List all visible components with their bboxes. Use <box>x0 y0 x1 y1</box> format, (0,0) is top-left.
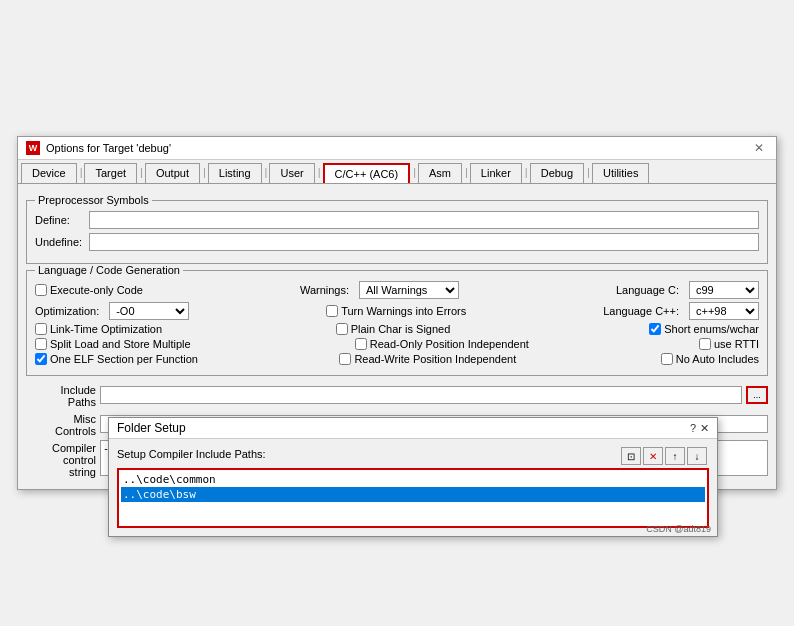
use-rtti-checkbox[interactable]: use RTTI <box>699 338 759 350</box>
tab-output[interactable]: Output <box>145 163 200 183</box>
toolbar-copy-button[interactable]: ⊡ <box>621 447 641 465</box>
folder-setup-dialog: Folder Setup ? ✕ Setup Compiler Include … <box>108 417 718 537</box>
toolbar-delete-button[interactable]: ✕ <box>643 447 663 465</box>
execute-only-code-checkbox[interactable]: Execute-only Code <box>35 284 143 296</box>
warnings-select[interactable]: All Warnings <box>359 281 459 299</box>
define-row: Define: <box>35 211 759 229</box>
turn-warnings-checkbox[interactable]: Turn Warnings into Errors <box>326 305 466 317</box>
delete-icon: ✕ <box>649 451 657 462</box>
tab-asm[interactable]: Asm <box>418 163 462 183</box>
dialog-title: Folder Setup <box>117 421 186 435</box>
link-time-opt-input[interactable] <box>35 323 47 335</box>
dialog-controls: ? ✕ <box>690 422 709 435</box>
dialog-title-bar: Folder Setup ? ✕ <box>109 418 717 439</box>
plain-char-signed-input[interactable] <box>336 323 348 335</box>
tab-device[interactable]: Device <box>21 163 77 183</box>
language-c-select[interactable]: c99 <box>689 281 759 299</box>
window-title: Options for Target 'debug' <box>46 142 171 154</box>
no-auto-includes-checkbox[interactable]: No Auto Includes <box>661 353 759 365</box>
toolbar-down-button[interactable]: ↓ <box>687 447 707 465</box>
misc-controls-label: Misc Controls <box>26 411 96 437</box>
tab-cpp-ac6[interactable]: C/C++ (AC6) <box>323 163 411 183</box>
link-time-opt-checkbox[interactable]: Link-Time Optimization <box>35 323 162 335</box>
dialog-help-button[interactable]: ? <box>690 422 696 434</box>
dialog-section-label: Setup Compiler Include Paths: <box>117 448 266 460</box>
include-paths-input[interactable] <box>100 386 742 404</box>
split-load-checkbox[interactable]: Split Load and Store Multiple <box>35 338 191 350</box>
down-arrow-icon: ↓ <box>695 451 700 462</box>
language-group-title: Language / Code Generation <box>35 264 183 276</box>
up-arrow-icon: ↑ <box>673 451 678 462</box>
no-auto-includes-input[interactable] <box>661 353 673 365</box>
one-elf-section-input[interactable] <box>35 353 47 365</box>
window-close-button[interactable]: ✕ <box>750 141 768 155</box>
define-input[interactable] <box>89 211 759 229</box>
tab-utilities[interactable]: Utilities <box>592 163 649 183</box>
undefine-row: Undefine: <box>35 233 759 251</box>
read-only-pos-indep-checkbox[interactable]: Read-Only Position Independent <box>355 338 535 350</box>
language-cpp-select[interactable]: c++98 <box>689 302 759 320</box>
undefine-input[interactable] <box>89 233 759 251</box>
copy-icon: ⊡ <box>627 451 635 462</box>
list-item[interactable]: ..\code\bsw <box>121 487 705 502</box>
read-write-pos-indep-input[interactable] <box>339 353 351 365</box>
tab-linker[interactable]: Linker <box>470 163 522 183</box>
language-group: Language / Code Generation Execute-only … <box>26 270 768 376</box>
preprocessor-group: Preprocessor Symbols Define: Undefine: <box>26 200 768 264</box>
plain-char-signed-checkbox[interactable]: Plain Char is Signed <box>336 323 476 335</box>
undefine-label: Undefine: <box>35 236 85 248</box>
main-window: W Options for Target 'debug' ✕ Device | … <box>17 136 777 490</box>
tab-listing[interactable]: Listing <box>208 163 262 183</box>
read-write-pos-indep-checkbox[interactable]: Read-Write Position Independent <box>339 353 519 365</box>
toolbar-up-button[interactable]: ↑ <box>665 447 685 465</box>
include-paths-label: Include Paths <box>26 382 96 408</box>
include-paths-browse-button[interactable]: ... <box>746 386 768 404</box>
turn-warnings-input[interactable] <box>326 305 338 317</box>
include-paths-row: Include Paths ... <box>26 382 768 408</box>
path-list: ..\code\common ..\code\bsw <box>117 468 709 528</box>
use-rtti-input[interactable] <box>699 338 711 350</box>
title-bar-left: W Options for Target 'debug' <box>26 141 171 155</box>
short-enums-checkbox[interactable]: Short enums/wchar <box>649 323 759 335</box>
tab-bar: Device | Target | Output | Listing | Use… <box>18 160 776 184</box>
optimization-label: Optimization: <box>35 305 99 317</box>
watermark: CSDN @adt819 <box>646 524 711 534</box>
compiler-control-label: Compiler control string <box>26 440 96 478</box>
preprocessor-group-title: Preprocessor Symbols <box>35 194 152 206</box>
optimization-select[interactable]: -O0 <box>109 302 189 320</box>
define-label: Define: <box>35 214 85 226</box>
read-only-pos-indep-input[interactable] <box>355 338 367 350</box>
warnings-label: Warnings: <box>300 284 349 296</box>
split-load-input[interactable] <box>35 338 47 350</box>
tab-debug[interactable]: Debug <box>530 163 584 183</box>
tab-target[interactable]: Target <box>84 163 137 183</box>
dialog-toolbar: ⊡ ✕ ↑ ↓ <box>621 447 709 465</box>
short-enums-input[interactable] <box>649 323 661 335</box>
list-item[interactable]: ..\code\common <box>121 472 705 487</box>
one-elf-section-checkbox[interactable]: One ELF Section per Function <box>35 353 198 365</box>
title-bar: W Options for Target 'debug' ✕ <box>18 137 776 160</box>
dialog-close-button[interactable]: ✕ <box>700 422 709 435</box>
execute-only-code-input[interactable] <box>35 284 47 296</box>
app-icon: W <box>26 141 40 155</box>
language-c-label: Language C: <box>616 284 679 296</box>
dialog-content: Setup Compiler Include Paths: ⊡ ✕ ↑ ↓ <box>109 439 717 536</box>
tab-user[interactable]: User <box>269 163 314 183</box>
language-cpp-label: Language C++: <box>603 305 679 317</box>
